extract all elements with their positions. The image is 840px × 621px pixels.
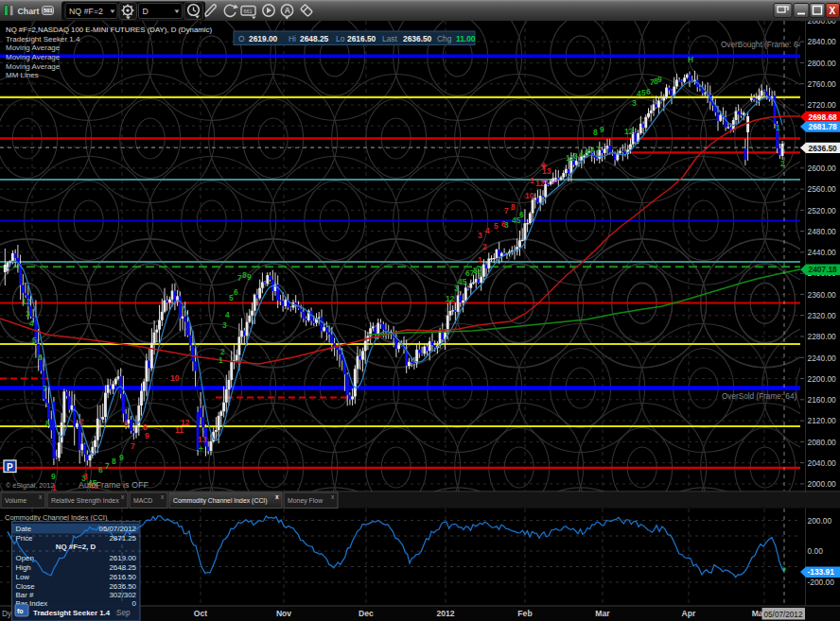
svg-text:2698.68: 2698.68	[809, 112, 838, 122]
svg-text:2840.00: 2840.00	[808, 37, 837, 46]
svg-text:0: 0	[132, 599, 137, 608]
svg-text:8: 8	[45, 419, 50, 428]
svg-text:12: 12	[181, 418, 190, 427]
svg-text:2619.00: 2619.00	[109, 554, 136, 562]
svg-text:9: 9	[600, 125, 604, 134]
svg-text:7: 7	[131, 441, 135, 451]
svg-text:2480.00: 2480.00	[808, 227, 837, 236]
svg-text:Moving Average: Moving Average	[6, 43, 61, 52]
svg-text:Chart: Chart	[18, 7, 40, 16]
svg-text:2000.00: 2000.00	[808, 479, 837, 489]
svg-text:2648.25: 2648.25	[109, 563, 136, 572]
svg-text:Sep: Sep	[116, 609, 131, 617]
svg-text:12: 12	[535, 179, 545, 188]
svg-text:1: 1	[776, 123, 780, 132]
svg-text:2160.00: 2160.00	[808, 395, 837, 405]
svg-text:2407.18: 2407.18	[809, 265, 838, 274]
svg-text:12: 12	[22, 297, 31, 306]
svg-text:1: 1	[530, 176, 534, 185]
svg-text:X: X	[830, 6, 836, 16]
svg-text:Chg: Chg	[437, 34, 452, 43]
svg-text:MACD: MACD	[133, 497, 152, 504]
svg-text:Date: Date	[16, 525, 32, 533]
svg-text:2520.00: 2520.00	[808, 206, 837, 216]
svg-text:High: High	[16, 563, 31, 572]
svg-text:3: 3	[26, 309, 30, 319]
svg-text:2760.00: 2760.00	[808, 79, 837, 89]
svg-text:2320.00: 2320.00	[808, 311, 837, 320]
svg-text:Mar: Mar	[595, 609, 610, 618]
svg-text:2616.50: 2616.50	[347, 34, 376, 43]
svg-text:7: 7	[504, 206, 509, 216]
svg-text:12: 12	[446, 294, 455, 303]
svg-text:8: 8	[511, 202, 516, 212]
svg-text:-133.91: -133.91	[808, 567, 835, 577]
svg-text:2040.00: 2040.00	[808, 458, 837, 468]
svg-text:6: 6	[98, 465, 103, 474]
svg-text:Bar #: Bar #	[16, 591, 34, 599]
svg-text:Nov: Nov	[276, 609, 291, 618]
svg-text:Relative Strength Index: Relative Strength Index	[51, 497, 119, 505]
svg-text:2200.00: 2200.00	[808, 374, 837, 384]
svg-text:Dec: Dec	[359, 609, 374, 618]
svg-text:Money Flow: Money Flow	[288, 497, 323, 505]
svg-text:05/07/2012: 05/07/2012	[764, 611, 803, 619]
svg-text:x: x	[275, 493, 279, 500]
svg-text:6: 6	[501, 219, 506, 229]
svg-text:Oct: Oct	[194, 609, 207, 618]
svg-text:11.00: 11.00	[456, 34, 476, 43]
svg-text:2: 2	[220, 347, 225, 356]
svg-text:0.00: 0.00	[808, 546, 824, 556]
svg-text:2240.00: 2240.00	[808, 354, 837, 363]
svg-text:NQ #F=2,NASDAQ 100 E-MINI FUTU: NQ #F=2,NASDAQ 100 E-MINI FUTURES (DAY),…	[6, 26, 212, 34]
svg-text:45: 45	[458, 277, 467, 286]
svg-text:2871.25: 2871.25	[109, 534, 136, 543]
svg-text:© eSignal, 2012: © eSignal, 2012	[6, 481, 54, 490]
svg-text:200.00: 200.00	[808, 516, 832, 526]
svg-text:Tradesight Seeker 1.4: Tradesight Seeker 1.4	[6, 35, 80, 43]
svg-text:2360.00: 2360.00	[808, 290, 837, 300]
svg-text:7: 7	[105, 461, 110, 471]
svg-text:6: 6	[646, 87, 651, 96]
svg-text:Price: Price	[16, 534, 34, 543]
svg-text:H: H	[688, 55, 693, 64]
svg-text:3: 3	[573, 151, 578, 161]
svg-text:3: 3	[632, 98, 637, 108]
svg-text:9: 9	[119, 453, 124, 462]
svg-text:2600.00: 2600.00	[808, 164, 837, 173]
svg-text:Commodity Channel Index (CCI): Commodity Channel Index (CCI)	[5, 513, 108, 522]
svg-text:NQ #F=2, D: NQ #F=2, D	[56, 543, 96, 551]
svg-text:NQ #F=2: NQ #F=2	[69, 7, 103, 16]
svg-text:+: +	[199, 444, 203, 454]
svg-text:3: 3	[222, 320, 227, 330]
svg-text:12: 12	[624, 127, 634, 136]
svg-text:2681.78: 2681.78	[809, 122, 838, 131]
svg-text:05/07/2012: 05/07/2012	[99, 525, 137, 533]
svg-text:Moving Average: Moving Average	[6, 62, 61, 71]
svg-text:501: 501	[44, 8, 53, 13]
svg-text:Open: Open	[16, 554, 34, 562]
svg-text:Apr: Apr	[682, 609, 696, 618]
svg-text:2648.25: 2648.25	[300, 34, 329, 43]
svg-text:5: 5	[494, 221, 499, 231]
svg-text:2120.00: 2120.00	[808, 416, 837, 425]
svg-text:Lo: Lo	[336, 34, 345, 43]
svg-text:A: A	[285, 6, 290, 15]
svg-text:2280.00: 2280.00	[808, 332, 837, 341]
svg-text:5: 5	[32, 336, 37, 345]
svg-text:D: D	[143, 7, 149, 16]
svg-text:Last: Last	[382, 34, 398, 43]
svg-text:2080.00: 2080.00	[808, 438, 837, 447]
svg-text:2012: 2012	[436, 609, 454, 618]
svg-text:3: 3	[478, 231, 482, 240]
svg-text:2720.00: 2720.00	[808, 100, 837, 110]
svg-text:9: 9	[145, 431, 149, 440]
svg-text:2636.50: 2636.50	[809, 144, 838, 153]
svg-text:2: 2	[482, 242, 487, 251]
svg-text:10: 10	[170, 373, 180, 383]
svg-text:Feb: Feb	[517, 609, 532, 618]
svg-text:Commodity Channel Index (CCI): Commodity Channel Index (CCI)	[173, 497, 268, 505]
svg-text:1: 1	[478, 255, 482, 265]
svg-text:2: 2	[79, 417, 84, 426]
svg-text:2800.00: 2800.00	[808, 59, 837, 68]
